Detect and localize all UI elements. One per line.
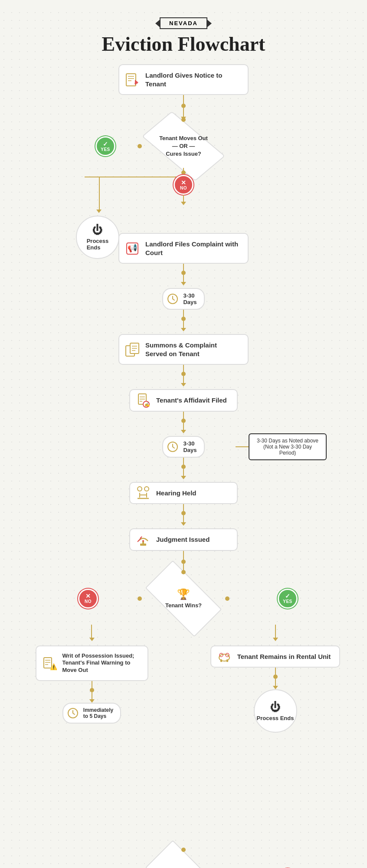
arrow-no2 [89, 638, 95, 641]
svg-text:⚠: ⚠ [134, 80, 138, 85]
two-column-branch: ⚠️ Writ of Possession Issued; Tenant's F… [0, 625, 367, 733]
dot-d1-top [181, 118, 186, 122]
dot-2 [181, 271, 186, 275]
dot-5 [181, 511, 186, 515]
step3-icon [125, 342, 140, 357]
dot-d2-right [225, 596, 229, 601]
step1-icon: ⚠ [125, 72, 140, 88]
timing2-icon [167, 441, 179, 453]
connector-t2 [183, 458, 184, 465]
decision2-icon: 🏆 [165, 588, 202, 600]
page-title: Eviction Flowchart [102, 33, 265, 56]
svg-rect-38 [220, 659, 222, 662]
arrow-3 [181, 383, 186, 387]
yes2-badge: ✓ YES [278, 589, 298, 609]
svg-point-21 [144, 487, 149, 491]
end1-box: ⏻ ProcessEnds [76, 216, 119, 259]
decision1-label: Tenant Moves Out— OR —Cures Issue? [159, 134, 208, 158]
end1-label: ProcessEnds [87, 238, 109, 251]
conn-7rb [275, 679, 276, 686]
step5-icon [135, 485, 151, 501]
end1-icon: ⏻ [92, 224, 103, 236]
dot-7r [273, 675, 278, 679]
step3-box: Summons & Complaint Served on Tenant [118, 334, 249, 365]
arrow-yes2 [273, 638, 278, 641]
timing2-label: 3-30 Days [183, 440, 197, 453]
svg-point-20 [138, 487, 142, 491]
conn-7lb [92, 692, 92, 699]
v-yes-top [275, 625, 276, 638]
arrow-yes [96, 210, 102, 213]
dot-1 [181, 104, 186, 108]
decision1-section: ✓ YES Tenant Moves Out— OR —Cures Issue? [0, 120, 367, 172]
step6-section: Judgment Issued [129, 528, 238, 573]
connector-no1b [183, 195, 184, 202]
dot-d2-top [181, 570, 186, 574]
arrow-7l [89, 699, 95, 703]
arrow-5 [181, 522, 186, 526]
yes2-label: YES [283, 599, 292, 604]
no2-badge: ✕ NO [78, 589, 98, 609]
svg-rect-39 [226, 659, 228, 662]
no1-area: ✕ NO [174, 168, 193, 205]
step7-left-icon: ⚠️ [42, 655, 57, 671]
step4-icon: ✍ [135, 393, 151, 408]
dot-d1-left [138, 144, 142, 148]
step2-section: 📢 Landlord Files Complaint with Court [118, 233, 249, 285]
timing1-pill: 3-30 Days [162, 288, 204, 310]
svg-text:📢: 📢 [128, 243, 138, 253]
step2-box: 📢 Landlord Files Complaint with Court [118, 233, 249, 264]
dot-d2-left [138, 596, 142, 601]
step5-label: Hearing Held [156, 489, 197, 498]
v-line-yes [99, 177, 100, 211]
arrow-t2 [181, 476, 186, 479]
header: NEVADA Eviction Flowchart [102, 17, 265, 56]
connector-4 [183, 412, 184, 419]
note1-area: 3-30 Days as Noted above (Not a New 3-30… [236, 433, 327, 460]
step1-section: ⚠ Landlord Gives Notice to Tenant [118, 64, 249, 120]
step1-box: ⚠ Landlord Gives Notice to Tenant [118, 64, 249, 95]
svg-text:⚠️: ⚠️ [50, 663, 57, 671]
dot-4 [181, 419, 186, 423]
conn-7r [275, 668, 276, 675]
step5-section: Hearing Held [129, 482, 238, 526]
connector-2b [183, 275, 184, 282]
note1-box: 3-30 Days as Noted above (Not a New 3-30… [249, 433, 327, 460]
step6-icon [135, 532, 151, 547]
svg-point-28 [142, 540, 144, 542]
end1-circle: ⏻ ProcessEnds [76, 216, 119, 259]
timing1-section: 3-30 Days [162, 288, 204, 331]
decision3-row: ✕ NO 🏠 Tenant Remains in Rental Unit? [0, 850, 367, 868]
step7-left-box: ⚠️ Writ of Possession Issued; Tenant's F… [36, 645, 148, 681]
step7-left-label: Writ of Possession Issued; Tenant's Fina… [62, 652, 139, 675]
step3-section: Summons & Complaint Served on Tenant [118, 334, 249, 387]
no1-x: ✕ [181, 180, 186, 186]
dot-6 [181, 560, 186, 564]
decision1-text-container: Tenant Moves Out— OR —Cures Issue? [140, 120, 227, 172]
connector-t1b [183, 321, 184, 328]
yes-branch: Tenant Remains in Rental Unit ⏻ Process … [184, 625, 367, 733]
timing2-pill: 3-30 Days [162, 436, 204, 458]
timing1-label: 3-30 Days [183, 292, 197, 305]
no2-area: ✕ NO [78, 589, 98, 609]
decision2-section: ✕ NO ✓ YES 🏆 Tenant Wi [0, 573, 367, 625]
decision2-diamond: 🏆 Tenant Wins? [140, 573, 227, 625]
state-label: NEVADA [169, 20, 198, 26]
no1-badge: ✕ NO [174, 175, 193, 195]
connector-no1 [183, 168, 184, 175]
arrow-4 [181, 430, 186, 433]
connector-t2b [183, 469, 184, 476]
connector-5 [183, 504, 184, 511]
end2-circle: ⏻ Process Ends [254, 689, 297, 733]
connector-3 [183, 365, 184, 372]
step6-label: Judgment Issued [156, 535, 210, 544]
yes-branch-section: ⏻ ProcessEnds ✕ NO [0, 168, 367, 229]
step5-box: Hearing Held [129, 482, 238, 504]
timing3-pill: Immediately to 5 Days [62, 703, 121, 724]
yes2-area: ✓ YES [278, 589, 298, 609]
connector-3b [183, 376, 184, 383]
flow-diagram: ⚠ Landlord Gives Notice to Tenant ✓ YES [0, 64, 367, 868]
step7-right-box: Tenant Remains in Rental Unit [210, 645, 341, 668]
step7-right-label: Tenant Remains in Rental Unit [237, 652, 331, 661]
connector-t1 [183, 310, 184, 317]
